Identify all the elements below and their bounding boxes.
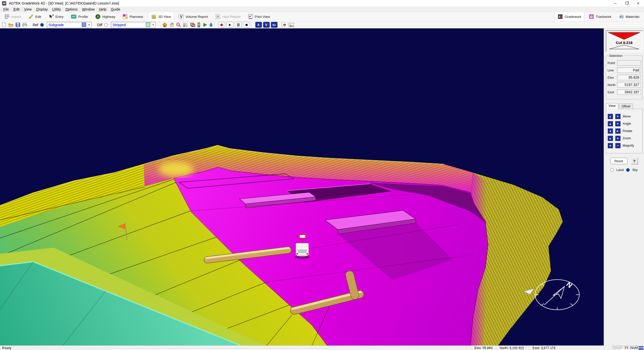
rotate-left-button[interactable]: ◄ [608,128,613,134]
angle-up-button[interactable]: ▲ [608,121,613,126]
menu-window[interactable]: Window [80,7,97,12]
water-drop-button[interactable] [209,22,213,27]
svg-text:Ex: Ex [185,23,188,25]
entry-button[interactable]: Entry [46,12,67,21]
diff-surface-select[interactable]: Stripped ▼ [111,22,156,28]
entry-label: Entry [56,15,64,19]
overlap-icon [190,23,195,27]
trackwork-label: Trackwork [596,15,611,19]
magnify-label: Magnify [623,144,634,147]
angle-control-row: ▲ ▼ Angle [608,121,641,126]
reference-surface-dropdown-icon[interactable]: ▼ [87,22,91,27]
menu-help[interactable]: Help [97,7,109,12]
export-button[interactable] [281,22,286,27]
reset-button[interactable]: Reset [610,158,627,164]
unit-indicator: Ft [624,346,629,350]
diff-radio[interactable] [104,23,108,27]
volume-report-button[interactable]: V Volume Report [176,12,211,21]
excavate-deduct-icon: ExDe [183,23,188,27]
move-up-button[interactable]: ▲ [608,114,613,119]
reference-surface-select[interactable]: Subgrade ▼ [47,22,92,28]
magnify-plus-button[interactable]: + [608,143,613,148]
reference-toolbar: Ref Subgrade ▼ Diff Stripped ▼ ExDe A V … [0,21,644,28]
planview-button[interactable]: F Planview [120,12,146,21]
subgrade-view-button[interactable]: Sv [271,22,277,28]
print-view-button[interactable]: Print View [245,12,273,21]
ref-radio[interactable] [40,23,44,27]
diff-label: Diff [97,23,102,27]
rotate-right-button[interactable]: ► [615,128,620,134]
stop-button[interactable] [243,22,250,28]
main-toolbar: Import Edit Entry Profile Highway F Plan… [0,12,644,21]
resize-grip[interactable] [638,346,643,350]
menu-bar: File Edit View Display Utility Options W… [0,7,644,12]
angle-label: Angle [623,122,631,125]
help-button[interactable]: ? [631,157,638,164]
export-icon [281,22,286,27]
run-button[interactable] [203,23,207,27]
viewport-3d[interactable]: N [0,28,604,345]
view-3d-button[interactable]: 3D View [148,12,174,21]
play-button[interactable] [226,22,233,28]
selection-group: Selection Point LinePad Elev95.828 North… [606,56,643,99]
control-panel: Cut 9.218 Selection Point LinePad Elev95… [604,28,644,345]
menu-guide[interactable]: Guide [109,7,123,12]
angle-view-button[interactable]: A [255,22,262,28]
diff-surface-dropdown-icon[interactable]: ▼ [151,22,155,27]
restore-icon [625,2,628,5]
menu-file[interactable]: File [1,7,11,12]
trackwork-button[interactable]: Trackwork [586,12,614,21]
close-button[interactable]: × [632,0,644,7]
play-icon [228,23,231,26]
zoom-out-button[interactable]: ▼ [615,136,620,141]
print-view-icon [248,14,253,19]
tab-offset[interactable]: Offset [619,104,633,109]
magnify-minus-button[interactable]: − [615,143,620,148]
zoom-in-button[interactable]: ▲ [608,136,613,141]
overlap-button[interactable] [190,23,195,27]
pause-button[interactable] [235,22,242,28]
home-view-button[interactable] [162,22,167,27]
gradework-button[interactable]: 4D Gradework [554,12,584,21]
svg-text:F: F [126,14,127,17]
volume-view-button[interactable]: V [263,22,270,28]
restore-button[interactable] [621,0,632,7]
reference-surface-swatch [82,23,86,27]
edit-button[interactable]: Edit [25,12,44,21]
north-label: North [608,83,617,87]
menu-utility[interactable]: Utility [50,7,63,12]
new-button[interactable] [2,22,6,27]
save-button[interactable] [16,23,20,27]
menu-display[interactable]: Display [34,7,50,12]
tab-view[interactable]: View [606,103,618,109]
edit-pencil-icon [28,14,33,19]
menu-options[interactable]: Options [63,7,80,12]
move-down-button[interactable]: ▼ [615,114,620,119]
highway-button[interactable]: Highway [92,12,118,21]
menu-edit[interactable]: Edit [11,7,22,12]
excavate-deduct-button[interactable]: ExDe [183,23,188,27]
color-ramp-button[interactable] [197,22,201,27]
record-icon [220,23,223,26]
minimize-button[interactable] [609,0,621,7]
land-radio[interactable] [610,168,614,172]
zoom-window-button[interactable] [176,22,181,27]
pan-button[interactable] [169,22,174,27]
sky-radio[interactable] [626,168,630,172]
import-icon [5,14,10,19]
snap-indicator[interactable]: SNAP [613,346,623,350]
import-button[interactable]: Import [2,12,24,21]
haul-report-button[interactable]: H Haul Report [212,12,243,21]
angle-down-button[interactable]: ▼ [615,121,620,126]
menu-view[interactable]: View [22,7,34,12]
record-button[interactable] [218,22,225,28]
terrain-3d-view[interactable]: N [0,28,604,345]
profile-button[interactable]: Profile [68,12,91,21]
snapshot-button[interactable] [289,23,294,27]
zoom-label: Zoom [623,136,631,140]
print-button[interactable] [22,23,27,27]
compass-north-label: N [565,280,574,289]
materials-button[interactable]: 4D Materials [616,12,642,21]
open-button[interactable] [8,23,14,27]
move-label: Move [623,114,631,118]
